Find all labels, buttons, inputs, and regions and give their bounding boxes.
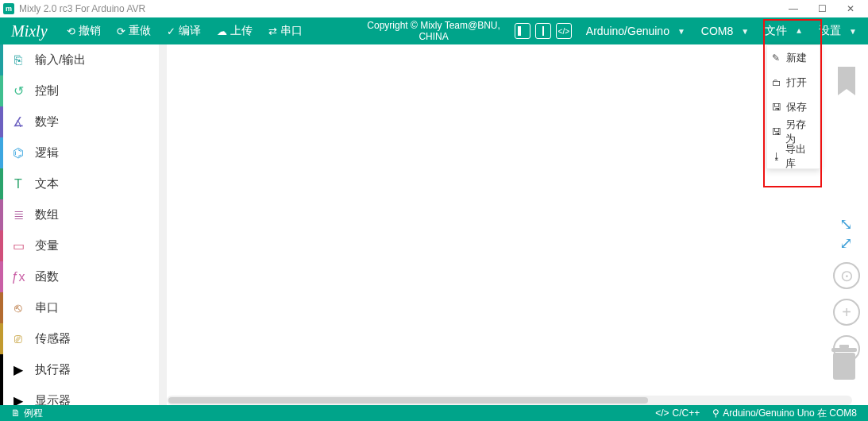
category-item[interactable]: ↺控制: [0, 75, 167, 106]
upload-icon: ☁: [217, 25, 227, 37]
category-label: 传感器: [35, 331, 71, 346]
svg-rect-4: [839, 345, 849, 348]
layout-split-button[interactable]: [535, 23, 551, 39]
board-status[interactable]: ⚲Arduino/Genuino Uno 在 COM8: [706, 407, 863, 420]
settings-dropdown[interactable]: 设置▼: [811, 17, 865, 44]
upload-button[interactable]: ☁上传: [209, 17, 260, 44]
category-sidebar: ⎘输入/输出↺控制∡数学⌬逻辑T文本≣数组▭变量ƒx函数⎋串口⎚传感器▶执行器▶…: [0, 44, 167, 405]
app-logo-icon: m: [3, 3, 14, 14]
code-icon: </>: [655, 407, 669, 419]
file-menu-item[interactable]: ✎新建: [767, 45, 820, 70]
sidebar-scrollbar[interactable]: [159, 44, 167, 405]
category-label: 显示器: [35, 393, 71, 405]
workspace[interactable]: ⤡⤢ ⊙ + −: [167, 44, 868, 405]
category-icon: ⌬: [10, 145, 27, 162]
category-item[interactable]: ≣数组: [0, 199, 167, 230]
chevron-down-icon: ▼: [741, 27, 749, 36]
workspace-controls: ⤡⤢ ⊙ + −: [833, 65, 860, 362]
category-label: 逻辑: [35, 145, 59, 160]
examples-button[interactable]: 🗎例程: [5, 407, 49, 420]
layout-code-button[interactable]: </>: [556, 23, 572, 39]
window-title: Mixly 2.0 rc3 For Arduino AVR: [19, 3, 145, 14]
undo-icon: ⟲: [67, 25, 75, 37]
svg-rect-2: [833, 353, 855, 380]
category-label: 文本: [35, 176, 59, 191]
close-button[interactable]: ✕: [836, 0, 865, 17]
category-label: 输入/输出: [35, 52, 86, 68]
file-menu-item[interactable]: 🖫保存: [767, 95, 820, 119]
chevron-down-icon: ▼: [849, 27, 857, 36]
category-icon: ↺: [10, 83, 27, 100]
file-menu-item[interactable]: 🖫另存为: [767, 119, 820, 144]
file-menu-item[interactable]: 🗀打开: [767, 70, 820, 95]
chevron-down-icon: ▼: [677, 27, 685, 36]
serial-icon: ⇄: [268, 25, 277, 37]
category-label: 函数: [35, 269, 59, 284]
category-icon: ƒx: [10, 268, 27, 286]
layout-left-button[interactable]: [515, 23, 530, 39]
main-toolbar: Mixly ⟲撤销 ⟳重做 ✓编译 ☁上传 ⇄串口 Copyright © Mi…: [0, 17, 868, 44]
bookmark-icon[interactable]: [833, 65, 860, 100]
category-icon: ⎚: [10, 330, 27, 348]
category-item[interactable]: ⌬逻辑: [0, 137, 167, 168]
svg-rect-1: [542, 26, 544, 36]
compile-button[interactable]: ✓编译: [159, 17, 209, 44]
category-icon: ⎋: [10, 299, 27, 317]
category-label: 变量: [35, 238, 59, 253]
category-item[interactable]: ▶执行器: [0, 354, 167, 385]
file-menu-item[interactable]: ⭳导出库: [767, 144, 820, 168]
category-item[interactable]: ⎘输入/输出: [0, 44, 167, 75]
category-item[interactable]: ⎚传感器: [0, 323, 167, 354]
menu-item-icon: 🖫: [772, 102, 783, 113]
serial-button[interactable]: ⇄串口: [260, 17, 311, 44]
port-dropdown[interactable]: COM8▼: [693, 17, 757, 44]
file-dropdown[interactable]: 文件▼: [757, 17, 811, 44]
status-bar: 🗎例程 </>C/C++ ⚲Arduino/Genuino Uno 在 COM8: [0, 405, 868, 421]
category-icon: ▶: [10, 392, 27, 406]
category-label: 数学: [35, 114, 59, 129]
menu-item-label: 导出库: [785, 142, 815, 171]
window-buttons: ― ☐ ✕: [779, 0, 865, 17]
language-status[interactable]: </>C/C++: [649, 407, 706, 419]
category-label: 执行器: [35, 362, 71, 377]
category-icon: ∡: [10, 114, 27, 131]
svg-rect-3: [831, 348, 857, 352]
category-item[interactable]: ∡数学: [0, 106, 167, 137]
category-item[interactable]: ▶显示器: [0, 385, 167, 405]
category-icon: ⎘: [10, 52, 27, 69]
menu-item-label: 新建: [786, 51, 807, 65]
layout-buttons: </>: [508, 23, 578, 39]
category-icon: ▭: [10, 238, 27, 255]
copyright-text: Copyright © Mixly Team@BNU, CHINA: [359, 20, 508, 43]
zoom-in-button[interactable]: +: [833, 299, 860, 326]
undo-button[interactable]: ⟲撤销: [59, 17, 109, 44]
check-icon: ✓: [167, 25, 176, 37]
trash-icon[interactable]: [828, 343, 860, 383]
menu-item-label: 打开: [786, 75, 807, 90]
maximize-button[interactable]: ☐: [808, 0, 836, 17]
center-button[interactable]: ⊙: [833, 262, 860, 289]
title-bar: m Mixly 2.0 rc3 For Arduino AVR ― ☐ ✕: [0, 0, 868, 17]
menu-item-icon: ⭳: [772, 151, 782, 162]
body-area: ⎘输入/输出↺控制∡数学⌬逻辑T文本≣数组▭变量ƒx函数⎋串口⎚传感器▶执行器▶…: [0, 44, 868, 405]
category-item[interactable]: ▭变量: [0, 230, 167, 261]
category-item[interactable]: ƒx函数: [0, 261, 167, 292]
category-item[interactable]: T文本: [0, 168, 167, 199]
plug-icon: ⚲: [712, 407, 719, 419]
category-icon: T: [10, 176, 27, 193]
horizontal-scrollbar[interactable]: [167, 396, 852, 405]
category-icon: ≣: [10, 207, 27, 224]
category-item[interactable]: ⎋串口: [0, 292, 167, 323]
board-dropdown[interactable]: Arduino/Genuino▼: [578, 17, 693, 44]
file-menu: ✎新建🗀打开🖫保存🖫另存为⭳导出库: [766, 44, 820, 169]
brand-label: Mixly: [0, 22, 59, 41]
menu-item-icon: 🗀: [772, 77, 783, 88]
category-label: 串口: [35, 300, 59, 315]
redo-button[interactable]: ⟳重做: [109, 17, 159, 44]
menu-item-icon: 🖫: [772, 126, 782, 137]
svg-rect-0: [518, 26, 521, 36]
minimize-button[interactable]: ―: [779, 0, 808, 17]
fullscreen-icon[interactable]: ⤡⤢: [839, 214, 854, 253]
category-label: 数组: [35, 207, 59, 222]
menu-item-icon: ✎: [772, 52, 783, 64]
